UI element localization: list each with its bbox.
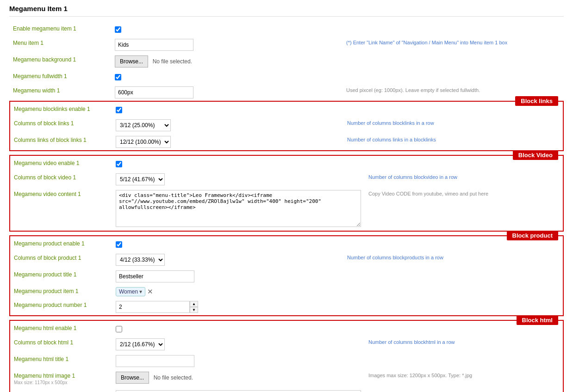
label-html-image: Megamenu html image 1 Max size: 1170px x… [10,369,112,388]
label-blocklinks-enable: Megamenu blocklinks enable 1 [10,103,112,117]
hint-megamenu-width: Used pixcel (eg: 1000px). Leave empty if… [346,87,480,93]
select-columns-block-video[interactable]: 1/12 (8.33%) 2/12 (16.67%) 3/12 (25.00%)… [116,173,165,185]
tag-close-button[interactable]: ✕ [147,288,153,296]
hint-columns-block-html: Number of columns blockhtml in a row [368,339,455,345]
label-html-title2: Megamenu html title 1 [10,388,112,392]
browse-button-background[interactable]: Browse... [115,55,148,67]
label-megamenu-background: Megamenu background 1 [9,53,111,70]
row-product-enable: Megamenu product enable 1 [10,237,563,251]
select-columns-block-product[interactable]: 1/12 (8.33%) 2/12 (16.67%) 3/12 (25.00%)… [116,254,165,266]
label-columns-block-product: Columns of block product 1 [10,251,112,268]
label-columns-block-html: Columns of block html 1 [10,336,112,353]
row-product-title: Megamenu product title 1 [10,268,563,285]
product-tag: Women ▾ [116,287,145,296]
row-megamenu-fullwidth: Megamenu fullwidth 1 [9,70,564,84]
checkbox-html-enable[interactable] [116,326,122,332]
hint-columns-links-block: Number of columns links in a blocklinks [347,137,436,142]
hint-columns-block-links: Number of columns blocklinks in a row [347,120,434,126]
no-file-html-image: No file selected. [154,374,193,381]
input-menu-item[interactable] [115,39,193,51]
spinner-up-button[interactable]: ▲ [190,301,198,307]
row-video-enable: Megamenu video enable 1 [10,157,563,171]
section-block-product: Block product Megamenu product enable 1 … [9,235,564,316]
section-block-html: Block html Megamenu html enable 1 Column… [9,320,564,392]
row-columns-block-product: Columns of block product 1 1/12 (8.33%) … [10,251,563,268]
hint-columns-block-video: Number of columns blockvideo in a row [368,174,457,180]
label-columns-links-block: Columns links of block links 1 [10,134,112,150]
label-enable-megamenu: Enable megamenu item 1 [9,22,111,37]
row-html-title2: Megamenu html title 1 [10,388,563,392]
select-columns-block-html[interactable]: 1/12 (8.33%) 2/12 (16.67%) 3/12 (25.00%)… [116,338,165,350]
hint-columns-block-product: Number of columns blockproducts in a row [347,255,443,260]
input-html-title[interactable] [116,355,194,367]
row-enable-megamenu: Enable megamenu item 1 [9,22,564,37]
label-product-number: Megamenu product number 1 [10,299,112,315]
row-menu-item: Menu item 1 (*) Enter "Link Name" of "Na… [9,37,564,53]
label-product-enable: Megamenu product enable 1 [10,237,112,251]
select-columns-block-links[interactable]: 1/12 (8.33%) 2/12 (16.67%) 3/12 (25.00%)… [116,119,171,131]
label-menu-item: Menu item 1 [9,37,111,53]
block-video-label: Block Video [513,150,558,160]
input-product-title[interactable] [116,270,194,282]
row-html-enable: Megamenu html enable 1 [10,322,563,336]
section-block-links: Block links Megamenu blocklinks enable 1… [9,101,564,151]
row-product-number: Megamenu product number 1 ▲ ▼ [10,299,563,315]
row-html-title: Megamenu html title 1 [10,353,563,369]
row-columns-block-links: Columns of block links 1 1/12 (8.33%) 2/… [10,117,563,134]
block-product-label: Block product [507,231,558,240]
hint-video-content: Copy Video CODE from youtube, vimeo and … [368,191,488,196]
textarea-html-title2[interactable] [116,390,361,392]
input-product-number[interactable] [116,301,190,313]
label-video-content: Megamenu video content 1 [10,188,112,231]
label-product-item: Megamenu product item 1 [10,285,112,299]
row-product-item: Megamenu product item 1 Women ▾ ✕ [10,285,563,299]
row-columns-block-video: Columns of block video 1 1/12 (8.33%) 2/… [10,171,563,188]
section-block-video: Block Video Megamenu video enable 1 Colu… [9,155,564,232]
label-megamenu-width: Megamenu width 1 [9,84,111,101]
input-megamenu-width[interactable] [115,86,193,98]
label-columns-block-links: Columns of block links 1 [10,117,112,134]
row-columns-block-html: Columns of block html 1 1/12 (8.33%) 2/1… [10,336,563,353]
spinner-down-button[interactable]: ▼ [190,307,198,313]
label-product-title: Megamenu product title 1 [10,268,112,285]
hint-menu-item: (*) Enter "Link Name" of "Navigation / M… [346,40,507,45]
checkbox-fullwidth[interactable] [115,74,121,80]
checkbox-blocklinks-enable[interactable] [116,107,122,113]
row-megamenu-width: Megamenu width 1 Used pixcel (eg: 1000px… [9,84,564,101]
tag-label: Women [119,288,138,295]
block-links-label: Block links [515,96,558,106]
hint-html-image: Images max size: 1200px x 500px. Type: *… [368,373,472,378]
page-title: Megamenu Item 1 [9,5,564,17]
checkbox-enable-megamenu[interactable] [115,26,121,33]
row-columns-links-block: Columns links of block links 1 12/12 (10… [10,134,563,150]
row-video-content: Megamenu video content 1 <div class="men… [10,188,563,231]
label-html-title: Megamenu html title 1 [10,353,112,369]
label-video-enable: Megamenu video enable 1 [10,157,112,171]
checkbox-video-enable[interactable] [116,161,122,167]
label-html-enable: Megamenu html enable 1 [10,322,112,336]
label-megamenu-fullwidth: Megamenu fullwidth 1 [9,70,111,84]
no-file-background: No file selected. [153,58,192,65]
block-html-label: Block html [517,315,558,325]
product-number-spinner: ▲ ▼ [116,301,198,313]
row-blocklinks-enable: Megamenu blocklinks enable 1 [10,103,563,117]
select-columns-links-block[interactable]: 12/12 (100.00%) 6/12 (50.00%) 4/12 (33.3… [116,136,171,148]
row-megamenu-background: Megamenu background 1 Browse... No file … [9,53,564,70]
label-columns-block-video: Columns of block video 1 [10,171,112,188]
checkbox-product-enable[interactable] [116,241,122,248]
textarea-video-content[interactable]: <div class="menu-title">Leo Framework</d… [116,190,361,227]
row-html-image: Megamenu html image 1 Max size: 1170px x… [10,369,563,388]
browse-button-html-image[interactable]: Browse... [116,372,149,384]
